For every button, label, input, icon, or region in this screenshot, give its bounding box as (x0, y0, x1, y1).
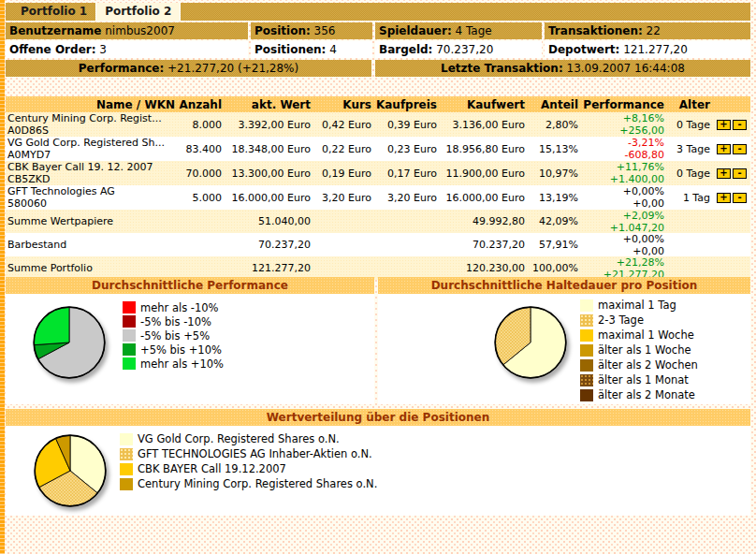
legend-label: älter als 1 Monat (598, 373, 689, 386)
cell-akt_wert: 3.392,00 Euro (225, 119, 313, 131)
cell-anteil: 57,91% (528, 239, 581, 251)
table-row: VG Gold Corp. Registered Sh...A0MYD783.4… (6, 137, 750, 161)
legend-color-chip (580, 329, 593, 342)
header-field-label: Spieldauer: (379, 24, 452, 37)
performance-chart-body: mehr als -10%-5% bis -10%-5% bis +5%+5% … (6, 294, 374, 404)
cell-akt_wert: 18.348,00 Euro (225, 143, 313, 155)
cell-performance: +0,00%+0,00 (581, 233, 667, 257)
header-field: Bargeld: 70.237,20 (375, 41, 542, 58)
position-increase-button[interactable]: + (717, 120, 731, 130)
cell-anzahl: 5.000 (178, 192, 225, 204)
cell-name-wkn: GFT Technologies AG580060 (6, 185, 178, 210)
left-border-strip (0, 0, 5, 554)
cell-name-wkn: CBK Bayer Call 19. 12. 2007CB5ZKD (6, 161, 178, 185)
position-decrease-button[interactable]: - (733, 144, 747, 154)
position-decrease-button[interactable]: - (733, 168, 747, 179)
cell-performance: +8,16%+256,00 (581, 112, 667, 137)
column-header: akt. Wert (225, 98, 313, 111)
tab-bar: Portfolio 1Portfolio 2 (6, 3, 750, 21)
column-header: Kaufpreis (374, 98, 440, 111)
header-field: Performance: +21.277,20 (+21,28%) (6, 60, 371, 77)
legend-item: älter als 1 Monat (580, 372, 698, 387)
value-distribution-section: Wertverteilung über die Positionen VG Go… (6, 409, 750, 516)
position-decrease-button[interactable]: - (733, 193, 747, 203)
cell-anteil: 15,13% (528, 143, 581, 155)
performance-percent: +0,00% (581, 185, 664, 197)
position-increase-button[interactable]: + (717, 193, 731, 203)
performance-percent: +21,28% (581, 256, 664, 269)
legend-item: maximal 1 Woche (580, 328, 698, 343)
header-field-label: Offene Order: (9, 43, 95, 56)
header-field-label: Performance: (79, 62, 164, 75)
value-distribution-body: VG Gold Corp. Registered Shares o.N.GFT … (6, 426, 750, 516)
header-field-label: Benutzername (9, 24, 101, 37)
cell-performance: +11,76%+1.400,00 (581, 161, 667, 185)
column-header: Anzahl (178, 98, 225, 111)
header-field-label: Letzte Transaktion: (441, 62, 563, 75)
cell-kaufwert: 16.000,00 Euro (440, 192, 528, 204)
value-distribution-title: Wertverteilung über die Positionen (6, 409, 750, 426)
performance-percent: +2,09% (581, 210, 664, 222)
legend-label: mehr als -10% (140, 301, 219, 314)
security-wkn: A0D86S (7, 124, 178, 137)
position-buttons: +- (714, 193, 750, 203)
cell-kaufpreis: 0,23 Euro (374, 143, 440, 155)
legend-color-chip (120, 448, 133, 460)
column-header: Name / WKN (6, 98, 178, 111)
column-header: Performance (581, 98, 667, 111)
header-field-label: Positionen: (254, 43, 326, 56)
holding-period-chart-title: Durchschnittliche Haltedauer pro Positio… (378, 277, 750, 294)
cell-kaufwert: 18.956,80 Euro (440, 143, 528, 155)
header-field: Spieldauer: 4 Tage (375, 22, 542, 39)
legend-label: älter als 1 Woche (598, 343, 691, 357)
positions-table: Name / WKNAnzahlakt. WertKursKaufpreisKa… (6, 96, 750, 280)
header-field: Depotwert: 121.277,20 (545, 41, 750, 58)
cell-anteil: 2,80% (528, 119, 581, 131)
security-wkn: 580060 (7, 197, 178, 210)
legend-color-chip (580, 344, 593, 357)
legend-label: -5% bis -10% (140, 315, 211, 328)
legend-label: älter als 2 Monate (598, 388, 695, 401)
legend-color-chip (580, 389, 593, 401)
legend-item: älter als 2 Wochen (580, 357, 698, 372)
legend-item: maximal 1 Tag (580, 298, 698, 313)
tab-portfolio-1[interactable]: Portfolio 1 (12, 3, 95, 21)
legend-color-chip (120, 478, 133, 490)
legend-color-chip (123, 357, 136, 370)
holding-period-chart-body: maximal 1 Tag2-3 Tagemaximal 1 Wocheälte… (378, 294, 750, 404)
position-buttons: +- (714, 168, 750, 179)
security-name: VG Gold Corp. Registered Sh... (7, 137, 178, 149)
performance-percent: +8,16% (581, 112, 664, 124)
position-buttons: +- (714, 120, 750, 130)
value-distribution-legend: VG Gold Corp. Registered Shares o.N.GFT … (120, 431, 377, 491)
cell-performance: -3,21%-608,80 (581, 137, 667, 161)
column-header: Kurs (313, 98, 374, 111)
header-row-3: Performance: +21.277,20 (+21,28%)Letzte … (6, 60, 750, 77)
legend-item: 2-3 Tage (580, 313, 698, 328)
position-increase-button[interactable]: + (717, 168, 731, 179)
column-header: Anteil (528, 98, 581, 111)
tab-portfolio-2[interactable]: Portfolio 2 (95, 3, 181, 21)
header-field-label: Transaktionen: (548, 24, 643, 37)
header-field-label: Depotwert: (548, 43, 619, 56)
holding-period-pie-chart (491, 303, 570, 382)
pie-slice (34, 307, 69, 344)
column-header: Kaufwert (440, 98, 528, 111)
legend-color-chip (580, 299, 593, 312)
legend-item: VG Gold Corp. Registered Shares o.N. (120, 431, 377, 446)
position-decrease-button[interactable]: - (733, 120, 747, 130)
summary-name: Summe Portfolio (6, 262, 178, 274)
position-increase-button[interactable]: + (717, 144, 731, 154)
legend-item: GFT TECHNOLOGIES AG Inhaber-Aktien o.N. (120, 446, 377, 461)
legend-item: CBK BAYER Call 19.12.2007 (120, 461, 377, 476)
summary-name: Summe Wertpapiere (6, 215, 178, 227)
performance-chart-title: Durchschnittliche Performance (6, 277, 374, 294)
legend-label: älter als 2 Wochen (598, 358, 698, 372)
performance-absolute: +256,00 (581, 124, 664, 137)
legend-item: mehr als -10% (123, 300, 224, 314)
legend-label: Century Mining Corp. Registered Shares o… (138, 477, 377, 490)
header-field-label: Position: (254, 24, 311, 37)
table-header-row: Name / WKNAnzahlakt. WertKursKaufpreisKa… (6, 96, 750, 112)
cell-performance: +2,09%+1.047,20 (581, 210, 667, 234)
cell-kaufpreis: 0,39 Euro (374, 119, 440, 131)
